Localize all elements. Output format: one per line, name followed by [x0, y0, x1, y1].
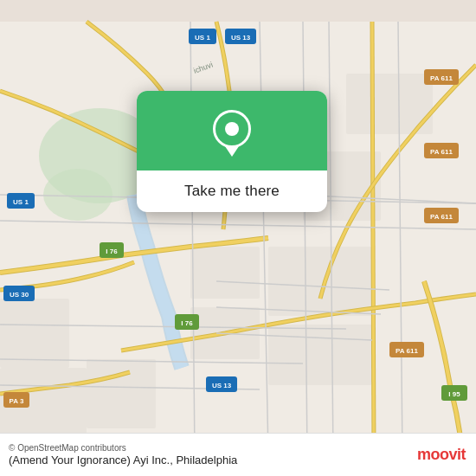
svg-text:I 95: I 95	[448, 390, 460, 398]
popup-header	[137, 91, 327, 170]
location-pin-icon	[213, 110, 251, 155]
svg-text:PA 611: PA 611	[430, 148, 453, 156]
svg-rect-9	[0, 299, 69, 368]
svg-text:PA 3: PA 3	[10, 397, 24, 405]
copyright-text: © OpenStreetMap contributors	[9, 443, 237, 453]
svg-point-2	[43, 169, 113, 221]
svg-text:PA 611: PA 611	[430, 74, 453, 82]
map-container: US 1 US 1 US 13 US 13 US 30 I 76 I 76 PA…	[0, 0, 476, 476]
svg-text:PA 611: PA 611	[396, 347, 418, 355]
take-me-there-button[interactable]: Take me there	[177, 181, 286, 202]
svg-text:US 30: US 30	[10, 291, 29, 299]
moovit-logo: moovit	[417, 446, 466, 464]
svg-rect-6	[268, 325, 372, 385]
location-title: (Amend Your Ignorance) Ayi Inc., Philade…	[9, 453, 237, 466]
svg-text:I 76: I 76	[181, 319, 193, 327]
svg-text:US 1: US 1	[195, 34, 210, 42]
popup-card: Take me there	[137, 91, 327, 212]
svg-rect-4	[268, 247, 372, 316]
svg-text:US 1: US 1	[13, 198, 29, 206]
svg-text:PA 611: PA 611	[430, 213, 453, 221]
bottom-bar: © OpenStreetMap contributors (Amend Your…	[0, 433, 476, 476]
bottom-info: © OpenStreetMap contributors (Amend Your…	[9, 443, 237, 466]
moovit-logo-text: moovit	[417, 446, 466, 464]
svg-rect-3	[190, 247, 260, 299]
map-background: US 1 US 1 US 13 US 13 US 30 I 76 I 76 PA…	[0, 0, 476, 476]
svg-text:US 13: US 13	[231, 34, 251, 42]
svg-rect-11	[87, 359, 156, 428]
popup-button-area: Take me there	[137, 170, 327, 212]
svg-text:I 76: I 76	[106, 248, 118, 255]
svg-text:US 13: US 13	[212, 382, 232, 389]
